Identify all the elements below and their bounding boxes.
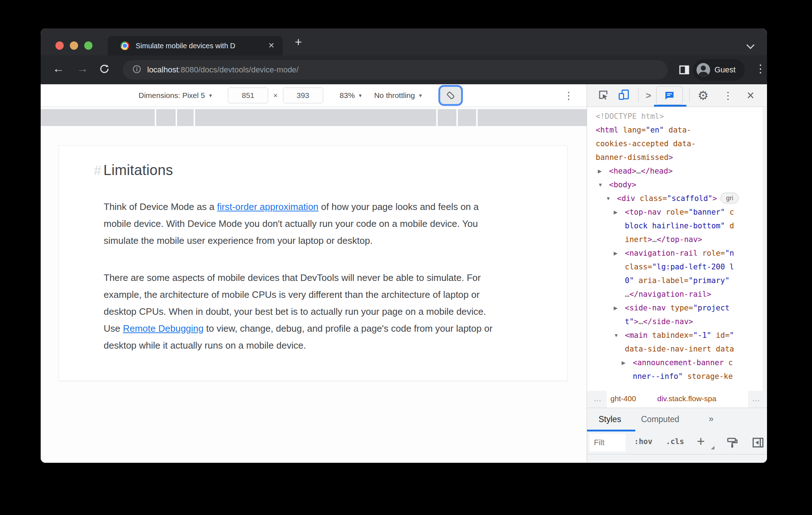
macos-minimize-button[interactable] bbox=[70, 41, 78, 50]
text-link[interactable]: first-order approximation bbox=[217, 201, 319, 212]
profile-button[interactable]: Guest bbox=[693, 59, 745, 81]
toggle-class-button[interactable]: .cls bbox=[666, 437, 684, 446]
devtools-menu-icon[interactable]: ⋮ bbox=[723, 90, 733, 102]
breadcrumb-item[interactable]: ght-400 bbox=[610, 394, 636, 403]
dom-tree-line[interactable]: inert>…</top-nav> bbox=[587, 233, 767, 246]
paragraph-text: Think of Device Mode as a bbox=[104, 201, 217, 212]
dom-token: … bbox=[625, 290, 630, 299]
dom-token: tabindex= bbox=[652, 331, 693, 340]
grid-badge[interactable]: gri bbox=[721, 193, 739, 203]
twisty-closed-icon[interactable]: ▶ bbox=[622, 356, 626, 370]
dom-tree-line[interactable]: class="lg:pad-left-200 l bbox=[587, 260, 767, 274]
forward-button[interactable]: → bbox=[77, 62, 88, 75]
height-input[interactable] bbox=[283, 88, 323, 103]
dom-token: class= bbox=[625, 263, 652, 271]
dom-tree-line[interactable]: banner-dismissed> bbox=[587, 151, 767, 164]
inspect-element-icon[interactable] bbox=[598, 89, 609, 102]
dom-token: c bbox=[728, 358, 733, 367]
dom-token: <announcement-banner bbox=[633, 358, 728, 367]
twisty-open-icon[interactable]: ▼ bbox=[614, 328, 619, 342]
macos-close-button[interactable] bbox=[55, 41, 64, 50]
tab-overflow-chevron-icon[interactable]: » bbox=[709, 414, 713, 424]
dom-tree-line[interactable]: data-side-nav-inert data bbox=[587, 342, 767, 356]
media-query-segment-gap bbox=[436, 109, 438, 126]
rotate-button[interactable] bbox=[440, 87, 461, 104]
breadcrumb-overflow-right[interactable]: … bbox=[752, 394, 761, 403]
toggle-hover-state-button[interactable]: :hov bbox=[634, 437, 653, 446]
heading-anchor-hash[interactable]: # bbox=[94, 163, 101, 178]
toggle-device-toolbar-icon[interactable] bbox=[618, 89, 630, 102]
dom-token: <div bbox=[617, 194, 640, 203]
paragraph: Think of Device Mode as a first-order ap… bbox=[104, 198, 504, 249]
macos-zoom-button[interactable] bbox=[84, 41, 93, 50]
device-toolbar-menu-icon[interactable]: ⋮ bbox=[564, 90, 574, 102]
dom-token: "primary" bbox=[689, 276, 730, 285]
twisty-closed-icon[interactable]: ▶ bbox=[614, 205, 618, 219]
paint-roller-icon[interactable] bbox=[726, 436, 739, 451]
avatar-icon bbox=[696, 63, 710, 77]
new-style-rule-button[interactable]: + bbox=[697, 434, 705, 449]
twisty-closed-icon[interactable]: ▶ bbox=[598, 164, 602, 178]
dom-tree-line[interactable]: ▶<announcement-banner c bbox=[587, 356, 767, 370]
tab-close-icon[interactable]: × bbox=[266, 40, 277, 51]
more-tabs-icon[interactable]: > bbox=[646, 90, 651, 101]
media-query-segment-gap bbox=[456, 109, 458, 126]
media-query-segment-gap bbox=[194, 109, 195, 126]
dom-tree-line[interactable]: cookies-accepted data- bbox=[587, 137, 767, 151]
dom-tree-line[interactable]: ▼<main tabindex="-1" id=" bbox=[587, 328, 767, 342]
dom-tree-line[interactable]: ▼<body> bbox=[587, 178, 767, 192]
new-tab-button[interactable]: + bbox=[291, 35, 306, 49]
dom-tree-line[interactable]: …</navigation-rail> bbox=[587, 287, 767, 301]
profile-name: Guest bbox=[714, 65, 736, 75]
site-info-icon[interactable] bbox=[132, 64, 141, 75]
tab-title-fade bbox=[248, 37, 265, 54]
twisty-open-icon[interactable]: ▼ bbox=[598, 178, 603, 192]
twisty-closed-icon[interactable]: ▶ bbox=[614, 301, 618, 315]
tab-styles[interactable]: Styles bbox=[599, 415, 621, 424]
close-devtools-icon[interactable]: × bbox=[747, 89, 754, 102]
breadcrumb-overflow-left[interactable]: … bbox=[594, 394, 602, 403]
browser-tab[interactable]: Simulate mobile devices with D × bbox=[108, 36, 283, 55]
dom-token: lang= bbox=[623, 126, 646, 134]
browser-menu-icon[interactable]: ⋮ bbox=[755, 62, 766, 75]
settings-gear-icon[interactable]: ⚙ bbox=[698, 88, 708, 103]
dom-tree-line[interactable]: ▶<top-nav role="banner" c bbox=[587, 205, 767, 219]
width-input[interactable] bbox=[228, 88, 268, 103]
text-link[interactable]: Remote Debugging bbox=[123, 323, 203, 334]
dom-tree-line[interactable]: nner--info" storage-ke bbox=[587, 370, 767, 383]
device-select-dropdown[interactable]: Dimensions: Pixel 5 ▼ bbox=[139, 91, 213, 100]
dom-token: … bbox=[639, 317, 643, 326]
throttling-dropdown[interactable]: No throttling ▼ bbox=[374, 91, 423, 100]
dom-tree-line[interactable]: <html lang="en" data- bbox=[587, 123, 767, 137]
twisty-open-icon[interactable]: ▼ bbox=[606, 192, 611, 205]
toolbar-separator bbox=[689, 89, 690, 102]
omnibox[interactable]: localhost:8080/docs/devtools/device-mode… bbox=[123, 60, 668, 80]
dom-tree-line[interactable]: ▶<head>…</head> bbox=[587, 164, 767, 178]
dom-tree-line[interactable]: ▼<div class="scaffold">gri bbox=[587, 192, 767, 205]
tab-computed[interactable]: Computed bbox=[641, 415, 679, 424]
styles-filter-input[interactable] bbox=[590, 434, 626, 452]
dom-tree-line[interactable]: t">…</side-nav> bbox=[587, 315, 767, 328]
url-text: localhost:8080/docs/devtools/device-mode… bbox=[147, 65, 299, 75]
side-panel-icon[interactable] bbox=[678, 64, 690, 77]
dom-tree-line[interactable]: ▶<navigation-rail role="n bbox=[587, 246, 767, 260]
twisty-closed-icon[interactable]: ▶ bbox=[614, 246, 618, 260]
tab-search-chevron-icon[interactable] bbox=[746, 41, 755, 49]
zoom-dropdown[interactable]: 83% ▼ bbox=[340, 91, 363, 100]
dom-token: "n bbox=[725, 249, 734, 258]
active-panel-tab[interactable] bbox=[656, 86, 683, 105]
back-button[interactable]: ← bbox=[53, 62, 64, 75]
reload-button[interactable] bbox=[99, 63, 110, 77]
dock-side-icon[interactable] bbox=[751, 436, 765, 451]
device-toolbar: Dimensions: Pixel 5 ▼ × 83% ▼ No throttl… bbox=[41, 84, 587, 107]
dom-tree-line[interactable]: ▶<side-nav type="project bbox=[587, 301, 767, 315]
scrollbar-track[interactable] bbox=[763, 107, 767, 391]
media-query-bar[interactable] bbox=[41, 109, 587, 126]
dom-tree-line[interactable]: <!DOCTYPE html> bbox=[587, 109, 767, 123]
dom-token: <head> bbox=[609, 167, 636, 175]
dom-tree-line[interactable]: 0" aria-label="primary" bbox=[587, 274, 767, 287]
dom-token: aria-label= bbox=[634, 276, 689, 285]
breadcrumb-item[interactable]: div.stack.flow-spa bbox=[657, 394, 716, 403]
dom-tree-line[interactable]: block hairline-bottom" d bbox=[587, 219, 767, 233]
dom-token: <navigation-rail bbox=[625, 249, 702, 258]
